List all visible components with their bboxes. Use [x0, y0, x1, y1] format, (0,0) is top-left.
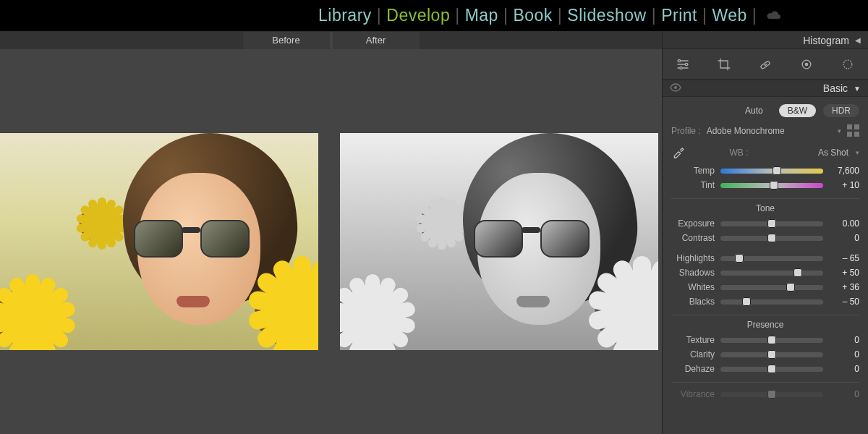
tint-label: Tint — [671, 180, 715, 190]
visibility-icon[interactable] — [670, 82, 681, 94]
wb-label: WB : — [694, 148, 783, 158]
whites-label: Whites — [671, 282, 715, 292]
presence-group: Presence Texture 0 Clarity 0 Dehaze 0 — [671, 315, 859, 376]
svg-point-5 — [805, 63, 807, 65]
before-photo[interactable] — [0, 133, 318, 350]
whites-value[interactable]: + 36 — [829, 282, 859, 292]
whites-slider[interactable]: Whites + 36 — [671, 280, 859, 294]
contrast-label: Contrast — [671, 233, 715, 243]
shadows-slider[interactable]: Shadows + 50 — [671, 265, 859, 280]
profile-row: Profile : Adobe Monochrome ▾ — [671, 124, 859, 137]
module-slideshow[interactable]: Slideshow — [567, 6, 646, 25]
expand-icon: ▼ — [854, 85, 861, 93]
tint-value[interactable]: + 10 — [829, 180, 859, 190]
svg-point-1 — [686, 63, 688, 65]
vibrance-slider[interactable]: Vibrance 0 — [671, 387, 859, 401]
presence-title: Presence — [671, 320, 859, 330]
svg-point-7 — [674, 86, 677, 89]
module-map[interactable]: Map — [465, 6, 498, 25]
vibrance-group: Vibrance 0 — [671, 382, 859, 401]
cloud-sync-icon[interactable] — [766, 6, 782, 25]
exposure-slider[interactable]: Exposure 0.00 — [671, 216, 859, 231]
texture-value[interactable]: 0 — [829, 335, 859, 345]
dehaze-value[interactable]: 0 — [829, 364, 859, 374]
treatment-bw[interactable]: B&W — [779, 104, 816, 117]
clarity-label: Clarity — [671, 349, 715, 359]
tone-title: Tone — [671, 203, 859, 213]
wb-row: WB : As Shot ▾ — [671, 144, 859, 161]
crop-tool[interactable] — [716, 56, 732, 72]
edit-tool[interactable] — [675, 56, 691, 72]
temp-value[interactable]: 7,600 — [829, 166, 859, 176]
develop-toolstrip — [663, 49, 868, 80]
dehaze-label: Dehaze — [671, 364, 715, 374]
blacks-label: Blacks — [671, 297, 715, 307]
blacks-value[interactable]: – 50 — [829, 297, 859, 307]
treatment-hdr[interactable]: HDR — [823, 104, 859, 117]
before-label: Before — [243, 32, 330, 49]
texture-slider[interactable]: Texture 0 — [671, 333, 859, 347]
exposure-value[interactable]: 0.00 — [829, 218, 859, 229]
histogram-title: Histogram — [803, 35, 849, 46]
clarity-slider[interactable]: Clarity 0 — [671, 347, 859, 362]
temp-label: Temp — [671, 166, 715, 176]
after-pane: After — [333, 32, 663, 434]
highlights-slider[interactable]: Highlights – 65 — [671, 251, 859, 265]
module-web[interactable]: Web — [712, 6, 746, 25]
texture-label: Texture — [671, 335, 715, 345]
treatment-row: Auto B&W HDR — [671, 104, 859, 117]
profile-value[interactable]: Adobe Monochrome — [707, 126, 832, 136]
after-label: After — [333, 32, 420, 49]
basic-header[interactable]: Basic ▼ — [663, 80, 868, 97]
module-develop[interactable]: Develop — [386, 6, 450, 25]
compare-canvas: Before After — [0, 32, 662, 434]
masking-tool[interactable] — [799, 56, 814, 72]
module-book[interactable]: Book — [513, 6, 552, 25]
healing-tool[interactable] — [757, 56, 773, 72]
histogram-header[interactable]: Histogram ◀ — [663, 32, 868, 49]
highlights-label: Highlights — [671, 253, 715, 263]
before-pane: Before — [0, 32, 330, 434]
profile-browser-icon[interactable] — [847, 124, 859, 137]
module-print[interactable]: Print — [661, 6, 697, 25]
blacks-slider[interactable]: Blacks – 50 — [671, 294, 859, 309]
shadows-value[interactable]: + 50 — [829, 268, 859, 278]
module-library[interactable]: Library — [318, 6, 372, 25]
svg-point-2 — [680, 67, 682, 69]
vibrance-label: Vibrance — [671, 389, 715, 399]
basic-panel-body: Auto B&W HDR Profile : Adobe Monochrome … — [663, 97, 868, 403]
shadows-label: Shadows — [671, 268, 715, 278]
basic-title: Basic — [823, 82, 848, 94]
clarity-value[interactable]: 0 — [829, 349, 859, 359]
profile-caret-icon[interactable]: ▾ — [838, 127, 841, 135]
develop-right-panel: Histogram ◀ Basic ▼ Auto B&W HDR Pro — [662, 32, 868, 434]
vibrance-value[interactable]: 0 — [829, 389, 859, 399]
after-photo[interactable] — [340, 133, 658, 350]
tone-group: Tone Exposure 0.00 Contrast 0 Highlights… — [671, 198, 859, 309]
tint-slider[interactable]: Tint + 10 — [671, 178, 859, 192]
wb-value[interactable]: As Shot — [791, 148, 848, 158]
redeye-tool[interactable] — [840, 56, 856, 72]
highlights-value[interactable]: – 65 — [829, 253, 859, 263]
module-picker: Library| Develop| Map| Book| Slideshow| … — [0, 0, 868, 32]
treatment-auto[interactable]: Auto — [736, 104, 772, 117]
wb-dropper-icon[interactable] — [671, 144, 687, 161]
contrast-value[interactable]: 0 — [829, 233, 859, 243]
temp-slider[interactable]: Temp 7,600 — [671, 163, 859, 178]
svg-point-6 — [843, 60, 852, 69]
collapse-left-icon: ◀ — [855, 36, 861, 44]
dehaze-slider[interactable]: Dehaze 0 — [671, 362, 859, 376]
wb-caret-icon[interactable]: ▾ — [856, 149, 859, 156]
exposure-label: Exposure — [671, 218, 715, 229]
profile-label: Profile : — [671, 126, 701, 136]
svg-point-0 — [678, 59, 681, 61]
contrast-slider[interactable]: Contrast 0 — [671, 231, 859, 245]
